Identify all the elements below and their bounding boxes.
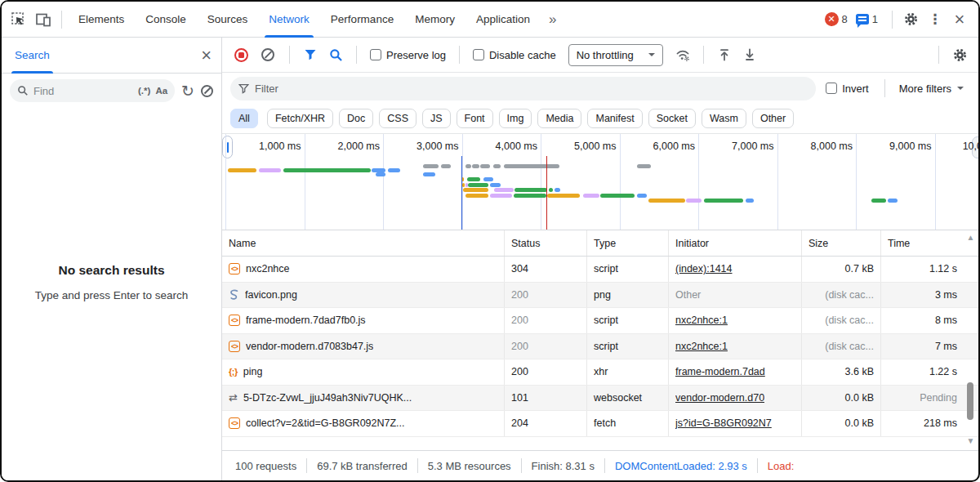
- chip-font[interactable]: Font: [457, 109, 493, 128]
- scroll-down-icon[interactable]: ▼: [967, 437, 975, 445]
- status-100-requests: 100 requests: [225, 460, 306, 472]
- device-toolbar-icon[interactable]: [31, 7, 56, 32]
- timeline-gridline: [620, 134, 621, 230]
- chip-all[interactable]: All: [230, 109, 258, 128]
- search-drawer: Search × (.*) Aa ↻ No search resu: [2, 38, 222, 480]
- throttling-select[interactable]: No throttling: [568, 44, 663, 66]
- close-devtools-icon[interactable]: ×: [947, 7, 972, 32]
- cell-size: (disk cac...: [801, 334, 880, 359]
- column-header-size[interactable]: Size: [801, 230, 880, 256]
- initiator-link[interactable]: nxc2nhce:1: [675, 341, 728, 352]
- table-row[interactable]: <>frame-modern.7dad7fb0.js200scriptnxc2n…: [222, 308, 978, 334]
- column-header-time[interactable]: Time: [880, 230, 978, 256]
- search-input[interactable]: [33, 85, 133, 97]
- initiator-link[interactable]: js?id=G-B8GR092N7: [675, 417, 772, 429]
- initiator-link[interactable]: vendor-modern.d70: [675, 392, 764, 404]
- timeline-left-handle[interactable]: [222, 136, 233, 158]
- regex-toggle[interactable]: (.*): [138, 86, 150, 96]
- chip-manifest[interactable]: Manifest: [587, 109, 642, 128]
- waterfall-bar: [472, 164, 479, 168]
- table-row[interactable]: <>nxc2nhce304script(index):14140.7 kB1.1…: [222, 257, 978, 283]
- checkbox: [370, 49, 381, 60]
- more-tabs-icon[interactable]: »: [541, 11, 563, 28]
- issues-badges[interactable]: ✕ 8 1: [825, 12, 883, 26]
- tab-sources[interactable]: Sources: [197, 2, 259, 38]
- table-row[interactable]: favicon.png200pngOther(disk cac...3 ms: [222, 283, 978, 309]
- cell-type: xhr: [586, 359, 668, 385]
- chip-js[interactable]: JS: [422, 109, 451, 128]
- search-network-icon[interactable]: [325, 44, 346, 65]
- script-file-icon: <>: [229, 315, 240, 326]
- chip-doc[interactable]: Doc: [339, 109, 373, 128]
- inspect-element-icon[interactable]: [7, 7, 31, 32]
- column-header-status[interactable]: Status: [504, 230, 586, 256]
- match-case-toggle[interactable]: Aa: [155, 86, 167, 96]
- network-settings-gear-icon[interactable]: [949, 44, 970, 65]
- empty-subtitle: Type and press Enter to search: [7, 289, 216, 301]
- cell-time: 8 ms: [880, 308, 978, 333]
- waterfall-bar: [466, 194, 488, 198]
- invert-checkbox[interactable]: Invert: [826, 83, 869, 95]
- export-har-icon[interactable]: [739, 44, 760, 65]
- preserve-log-checkbox[interactable]: Preserve log: [370, 49, 446, 61]
- tab-search[interactable]: Search: [11, 38, 53, 74]
- initiator-link[interactable]: (index):1414: [675, 263, 733, 274]
- waterfall-bar: [514, 188, 547, 192]
- chip-css[interactable]: CSS: [379, 109, 416, 128]
- timeline-gridline: [305, 134, 305, 230]
- chip-wasm[interactable]: Wasm: [702, 109, 746, 128]
- table-scrollbar[interactable]: ▲ ▼: [964, 234, 977, 445]
- scroll-up-icon[interactable]: ▲: [967, 234, 975, 242]
- cell-size: 0.7 kB: [801, 257, 880, 282]
- initiator-link[interactable]: frame-modern.7dad: [675, 366, 765, 377]
- cell-time: Pending: [880, 386, 978, 411]
- tab-performance[interactable]: Performance: [320, 2, 404, 38]
- waterfall-bar: [423, 164, 438, 168]
- table-row[interactable]: ⇄5-DTzc-ZvwL_jjuJ49ah3Niv7UQHK...101webs…: [222, 386, 978, 412]
- record-network-log-icon[interactable]: [234, 48, 248, 62]
- initiator-link[interactable]: nxc2nhce:1: [675, 315, 728, 326]
- column-header-initiator[interactable]: Initiator: [668, 230, 801, 256]
- tab-network[interactable]: Network: [258, 2, 320, 38]
- clear-search-icon[interactable]: [201, 85, 213, 97]
- request-name: frame-modern.7dad7fb0.js: [246, 315, 366, 326]
- chip-media[interactable]: Media: [537, 109, 581, 128]
- table-header: NameStatusTypeInitiatorSizeTime: [222, 230, 978, 257]
- message-count: 1: [872, 13, 878, 25]
- import-har-icon[interactable]: [714, 44, 735, 65]
- divider: [938, 46, 939, 64]
- chip-img[interactable]: Img: [499, 109, 532, 128]
- script-file-icon: <>: [229, 341, 240, 352]
- chip-fetch-xhr[interactable]: Fetch/XHR: [267, 109, 333, 128]
- column-header-type[interactable]: Type: [586, 230, 668, 256]
- filter-funnel-icon[interactable]: [300, 44, 321, 65]
- clear-network-log-icon[interactable]: [261, 48, 274, 61]
- cell-initiator: (index):1414: [668, 257, 801, 282]
- cell-status: 200: [504, 308, 586, 333]
- waterfall-bar: [483, 177, 493, 181]
- kebab-menu-icon[interactable]: ⋮: [923, 7, 947, 32]
- tab-memory[interactable]: Memory: [404, 2, 466, 38]
- disable-cache-checkbox[interactable]: Disable cache: [473, 49, 556, 61]
- scrollbar-thumb[interactable]: [967, 382, 973, 420]
- tab-console[interactable]: Console: [135, 2, 197, 38]
- scrollbar-track[interactable]: [964, 242, 977, 437]
- settings-gear-icon[interactable]: [898, 7, 923, 32]
- filter-input[interactable]: [255, 83, 808, 95]
- chip-socket[interactable]: Socket: [648, 109, 696, 128]
- tab-elements[interactable]: Elements: [68, 2, 135, 38]
- more-filters-button[interactable]: More filters: [899, 83, 964, 95]
- network-conditions-icon[interactable]: [672, 44, 693, 65]
- close-search-icon[interactable]: ×: [201, 47, 212, 65]
- column-header-name[interactable]: Name: [222, 230, 504, 256]
- table-row[interactable]: <>vendor-modern.d7083b47.js200scriptnxc2…: [222, 334, 978, 360]
- table-row[interactable]: <>collect?v=2&tid=G-B8GR092N7Z...204fetc…: [222, 411, 978, 437]
- tab-application[interactable]: Application: [466, 2, 541, 38]
- chip-other[interactable]: Other: [752, 109, 794, 128]
- websocket-icon: ⇄: [229, 391, 238, 404]
- timeline-overview[interactable]: 1,000 ms2,000 ms3,000 ms4,000 ms5,000 ms…: [222, 134, 978, 230]
- waterfall-bar: [466, 164, 471, 168]
- table-row[interactable]: {;}ping200xhrframe-modern.7dad3.6 kB1.22…: [222, 359, 978, 386]
- refresh-search-icon[interactable]: ↻: [181, 83, 194, 99]
- cell-status: 200: [504, 334, 586, 359]
